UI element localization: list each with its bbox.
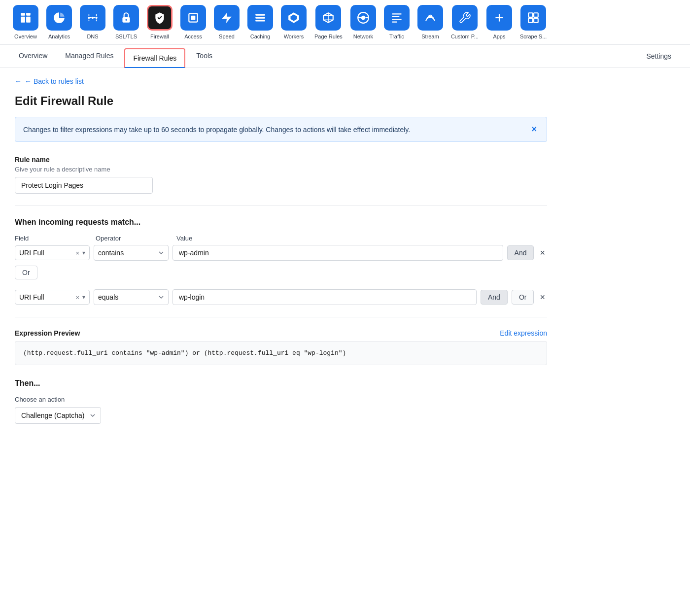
filter-column-labels: Field Operator Value <box>15 235 547 242</box>
nav-label-apps: Apps <box>493 34 505 39</box>
edit-expression-link[interactable]: Edit expression <box>500 329 547 337</box>
field-remove-2[interactable]: × <box>75 294 79 301</box>
svg-rect-0 <box>21 13 25 15</box>
or-connector: Or <box>15 266 547 284</box>
nav-label-custom: Custom P... <box>451 34 479 39</box>
expression-header: Expression Preview Edit expression <box>15 329 547 337</box>
expression-preview-box: (http.request.full_uri contains "wp-admi… <box>15 341 547 365</box>
svg-point-10 <box>125 19 127 21</box>
rule-name-input[interactable] <box>15 177 153 194</box>
nav-label-access: Access <box>184 34 202 39</box>
svg-point-4 <box>88 17 90 19</box>
nav-item-traffic[interactable]: Traffic <box>381 5 413 44</box>
nav-item-firewall[interactable]: Firewall <box>144 5 175 44</box>
page-rules-icon <box>315 5 341 31</box>
svg-rect-35 <box>528 18 533 23</box>
remove-row-2[interactable]: × <box>538 292 547 303</box>
operator-select-1[interactable]: contains equals matches does not contain <box>94 245 169 261</box>
remove-row-1[interactable]: × <box>538 248 547 258</box>
value-input-2[interactable] <box>172 289 477 305</box>
svg-point-6 <box>92 17 94 19</box>
nav-label-analytics: Analytics <box>48 34 70 39</box>
banner-text: Changes to filter expressions may take u… <box>23 126 410 134</box>
value-input-1[interactable] <box>172 245 503 261</box>
back-link-text: ← Back to rules list <box>25 77 84 85</box>
operator-select-2[interactable]: contains equals matches does not contain <box>94 289 169 305</box>
info-banner: Changes to filter expressions may take u… <box>15 117 547 142</box>
subnav-tools[interactable]: Tools <box>187 45 221 68</box>
nav-item-overview[interactable]: Overview <box>10 5 41 44</box>
top-navigation: Overview Analytics DNS SSL/TLS Firewall … <box>0 0 690 45</box>
nav-item-custom[interactable]: Custom P... <box>448 5 482 44</box>
rule-name-hint: Give your rule a descriptive name <box>15 166 547 173</box>
nav-label-page-rules: Page Rules <box>314 34 343 39</box>
svg-rect-14 <box>255 14 265 15</box>
stream-icon <box>417 5 443 31</box>
nav-label-dns: DNS <box>87 34 98 39</box>
and-button-2[interactable]: And <box>481 290 508 305</box>
scrape-icon <box>520 5 546 31</box>
or-button[interactable]: Or <box>15 266 37 279</box>
nav-item-workers[interactable]: Workers <box>278 5 310 44</box>
nav-item-network[interactable]: Network <box>347 5 379 44</box>
when-section: When incoming requests match... Field Op… <box>15 218 547 305</box>
rule-name-label: Rule name <box>15 156 547 164</box>
back-arrow-icon: ← <box>15 77 22 85</box>
svg-point-5 <box>95 17 97 19</box>
or-button-2[interactable]: Or <box>512 290 534 305</box>
subnav-managed-rules[interactable]: Managed Rules <box>56 45 122 68</box>
analytics-icon <box>46 5 72 31</box>
firewall-icon <box>147 5 172 31</box>
field-arrow-2: ▾ <box>82 294 85 301</box>
nav-label-caching: Caching <box>250 34 270 39</box>
subnav-firewall-rules[interactable]: Firewall Rules <box>124 48 185 68</box>
nav-label-overview: Overview <box>14 34 37 39</box>
subnav-settings[interactable]: Settings <box>637 45 680 67</box>
expression-preview-section: Expression Preview Edit expression (http… <box>15 329 547 365</box>
custom-icon <box>452 5 478 31</box>
action-select[interactable]: Challenge (Captcha) Block Allow JS Chall… <box>15 407 101 424</box>
svg-rect-33 <box>528 13 533 17</box>
svg-rect-15 <box>255 17 265 18</box>
nav-label-workers: Workers <box>284 34 304 39</box>
nav-item-ssl[interactable]: SSL/TLS <box>110 5 142 44</box>
nav-item-apps[interactable]: Apps <box>483 5 515 44</box>
svg-rect-3 <box>26 17 31 23</box>
field-select-1[interactable]: URI Full × ▾ <box>15 245 90 260</box>
back-to-rules-link[interactable]: ← ← Back to rules list <box>15 77 547 85</box>
nav-item-speed[interactable]: Speed <box>211 5 242 44</box>
svg-rect-1 <box>26 13 31 15</box>
svg-rect-27 <box>392 13 402 14</box>
and-button-1[interactable]: And <box>507 245 534 260</box>
filter-row-1: URI Full × ▾ contains equals matches doe… <box>15 245 547 261</box>
traffic-icon <box>384 5 410 31</box>
nav-item-caching[interactable]: Caching <box>244 5 276 44</box>
apps-icon <box>486 5 512 31</box>
nav-item-dns[interactable]: DNS <box>77 5 108 44</box>
value-column-label: Value <box>176 235 547 242</box>
nav-item-scrape[interactable]: Scrape S... <box>517 5 550 44</box>
svg-rect-28 <box>392 16 399 17</box>
svg-marker-13 <box>222 12 232 23</box>
subnav-overview[interactable]: Overview <box>10 45 56 68</box>
banner-close-button[interactable]: × <box>529 124 539 135</box>
nav-label-network: Network <box>353 34 373 39</box>
field-value-1: URI Full <box>19 249 72 257</box>
workers-icon <box>281 5 307 31</box>
field-value-2: URI Full <box>19 293 72 301</box>
expression-value: (http.request.full_uri contains "wp-admi… <box>23 349 346 357</box>
svg-rect-29 <box>392 19 402 20</box>
field-select-2[interactable]: URI Full × ▾ <box>15 290 90 305</box>
then-title: Then... <box>15 379 547 388</box>
field-remove-1[interactable]: × <box>75 249 79 257</box>
nav-item-access[interactable]: Access <box>177 5 209 44</box>
expression-preview-title: Expression Preview <box>15 329 80 337</box>
filter-row-2: URI Full × ▾ contains equals matches doe… <box>15 289 547 305</box>
nav-label-scrape: Scrape S... <box>520 34 547 39</box>
nav-item-stream[interactable]: Stream <box>414 5 446 44</box>
ssl-icon <box>113 5 139 31</box>
divider-2 <box>15 317 547 317</box>
svg-rect-30 <box>392 22 397 23</box>
nav-item-page-rules[interactable]: Page Rules <box>311 5 345 44</box>
nav-item-analytics[interactable]: Analytics <box>43 5 75 44</box>
